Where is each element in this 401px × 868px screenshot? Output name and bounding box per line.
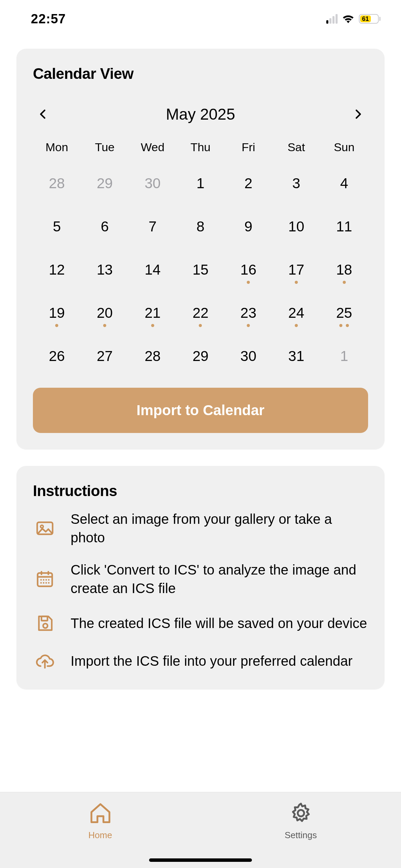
calendar-day[interactable]: 7: [129, 212, 177, 244]
calendar-day[interactable]: 26: [33, 342, 81, 373]
calendar-day[interactable]: 24: [272, 299, 320, 330]
calendar-day[interactable]: 11: [320, 212, 368, 244]
calendar-day[interactable]: 5: [33, 212, 81, 244]
calendar-day[interactable]: 1: [320, 342, 368, 373]
instruction-text: The created ICS file will be saved on yo…: [71, 614, 367, 632]
calendar-day[interactable]: 29: [177, 342, 224, 373]
svg-rect-11: [41, 616, 48, 621]
calendar-day[interactable]: 10: [272, 212, 320, 244]
calendar-day[interactable]: 30: [129, 169, 177, 201]
calendar-day[interactable]: 30: [224, 342, 272, 373]
calendar-day-number: 11: [320, 218, 368, 235]
calendar-day[interactable]: 20: [81, 299, 129, 330]
event-dot: [339, 324, 342, 327]
weekday-header: Mon: [33, 134, 81, 157]
svg-rect-2: [38, 573, 52, 587]
calendar-day[interactable]: 3: [272, 169, 320, 201]
svg-point-12: [43, 624, 48, 628]
tab-home-label: Home: [88, 830, 112, 841]
calendar-day-number: 5: [33, 218, 81, 235]
calendar-day-number: 23: [224, 305, 272, 321]
event-dots: [224, 281, 272, 285]
battery-icon: 61: [359, 14, 380, 24]
calendar-day[interactable]: 6: [81, 212, 129, 244]
calendar-day[interactable]: 17: [272, 255, 320, 287]
event-dot: [343, 281, 346, 284]
calendar-day[interactable]: 22: [177, 299, 224, 330]
calendar-day[interactable]: 12: [33, 255, 81, 287]
calendar-day[interactable]: 23: [224, 299, 272, 330]
calendar-day[interactable]: 16: [224, 255, 272, 287]
tab-home[interactable]: Home: [0, 792, 200, 868]
event-dots: [33, 194, 81, 198]
calendar-day[interactable]: 25: [320, 299, 368, 330]
event-dots: [33, 238, 81, 242]
calendar-day-number: 30: [129, 175, 177, 192]
event-dot: [55, 324, 58, 327]
svg-point-1: [40, 525, 43, 528]
event-dots: [224, 367, 272, 371]
cellular-icon: [326, 14, 338, 24]
prev-month-button[interactable]: [36, 107, 50, 121]
calendar-day[interactable]: 31: [272, 342, 320, 373]
tab-settings[interactable]: Settings: [200, 792, 401, 868]
event-dots: [129, 324, 177, 328]
calendar-day[interactable]: 29: [81, 169, 129, 201]
event-dots: [224, 324, 272, 328]
svg-point-8: [43, 582, 45, 584]
event-dots: [224, 194, 272, 198]
calendar-day[interactable]: 4: [320, 169, 368, 201]
cloud-upload-icon: [33, 649, 57, 673]
event-dots: [33, 281, 81, 285]
svg-point-10: [48, 582, 50, 584]
calendar-day[interactable]: 13: [81, 255, 129, 287]
month-label: May 2025: [166, 105, 235, 123]
calendar-day[interactable]: 15: [177, 255, 224, 287]
home-indicator[interactable]: [149, 858, 252, 862]
svg-point-13: [297, 810, 304, 817]
calendar-day[interactable]: 2: [224, 169, 272, 201]
status-time: 22:57: [31, 12, 66, 26]
instruction-text: Import the ICS file into your preferred …: [71, 652, 353, 670]
event-dots: [272, 324, 320, 328]
tab-bar: Home Settings: [0, 792, 401, 868]
instructions-card: Instructions Select an image from your g…: [16, 466, 385, 689]
event-dots: [272, 194, 320, 198]
calendar-day-number: 15: [177, 262, 224, 278]
calendar-day-number: 17: [272, 262, 320, 278]
home-icon: [88, 801, 112, 825]
calendar-day[interactable]: 19: [33, 299, 81, 330]
event-dot: [151, 324, 154, 327]
calendar-day[interactable]: 18: [320, 255, 368, 287]
import-to-calendar-button[interactable]: Import to Calendar: [33, 388, 368, 433]
calendar-day-number: 19: [33, 305, 81, 321]
weekday-header: Sun: [320, 134, 368, 157]
calendar-day[interactable]: 21: [129, 299, 177, 330]
calendar-day[interactable]: 28: [33, 169, 81, 201]
event-dot: [103, 324, 106, 327]
calendar-day-number: 20: [81, 305, 129, 321]
next-month-button[interactable]: [351, 107, 365, 121]
calendar-day-number: 1: [177, 175, 224, 192]
event-dots: [129, 194, 177, 198]
event-dots: [33, 324, 81, 328]
calendar-day[interactable]: 8: [177, 212, 224, 244]
event-dots: [81, 367, 129, 371]
event-dots: [129, 281, 177, 285]
event-dots: [320, 281, 368, 285]
save-icon: [33, 611, 57, 635]
calendar-day-number: 8: [177, 218, 224, 235]
instruction-text: Click 'Convert to ICS' to analyze the im…: [71, 560, 368, 598]
calendar-day-number: 9: [224, 218, 272, 235]
wifi-icon: [342, 14, 355, 24]
calendar-day-number: 4: [320, 175, 368, 192]
calendar-day-number: 13: [81, 262, 129, 278]
calendar-day[interactable]: 9: [224, 212, 272, 244]
calendar-day[interactable]: 14: [129, 255, 177, 287]
calendar-day[interactable]: 27: [81, 342, 129, 373]
calendar-day[interactable]: 28: [129, 342, 177, 373]
calendar-day[interactable]: 1: [177, 169, 224, 201]
svg-point-7: [40, 582, 42, 584]
status-right: 61: [326, 14, 380, 24]
calendar-day-number: 28: [33, 175, 81, 192]
